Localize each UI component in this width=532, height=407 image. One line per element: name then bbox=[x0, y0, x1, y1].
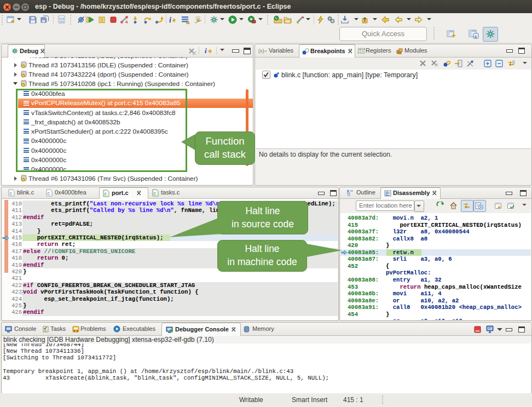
svg-text:0101: 0101 bbox=[357, 50, 365, 54]
svg-text:c: c bbox=[105, 191, 107, 197]
svg-text:101: 101 bbox=[59, 20, 64, 23]
svg-text:c: c bbox=[10, 191, 13, 196]
svg-text:c: c bbox=[475, 34, 477, 39]
svg-text:c: c bbox=[154, 191, 157, 196]
svg-text:i: i bbox=[205, 47, 207, 55]
svg-text:c: c bbox=[48, 191, 50, 196]
svg-text:i: i bbox=[169, 16, 171, 24]
svg-text:(x)=: (x)= bbox=[258, 48, 267, 54]
